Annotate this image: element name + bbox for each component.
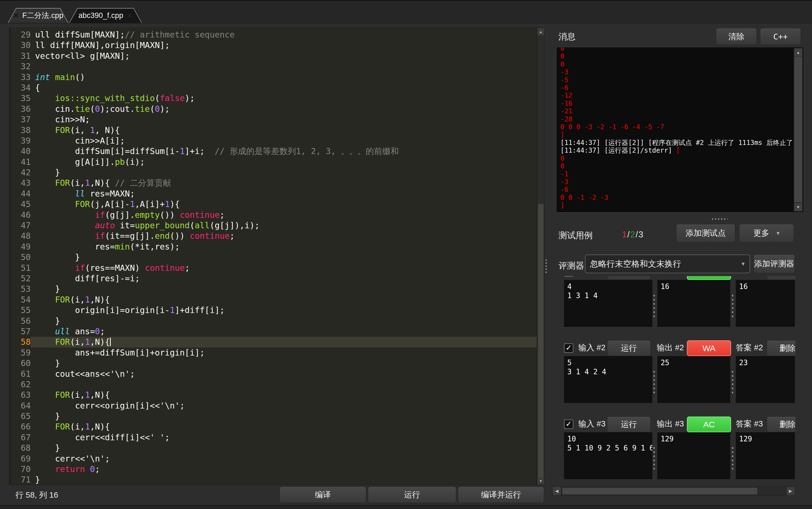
output-box[interactable]: 16 bbox=[657, 280, 730, 327]
resize-handle[interactable] bbox=[732, 295, 733, 318]
code-token bbox=[35, 390, 55, 400]
code-line: 67 cerr<<diff[i]<<' '; bbox=[11, 432, 537, 443]
more-button[interactable]: 更多 ▾ bbox=[739, 224, 794, 242]
code-line: 49 res=min(*it,res); bbox=[11, 241, 537, 252]
input-box[interactable]: 10 5 1 10 9 2 5 6 9 1 6 bbox=[564, 432, 652, 479]
tab-file-2-active[interactable]: abc390_f.cpp ✕ bbox=[69, 8, 142, 23]
code-text: FOR(i,1,N){ bbox=[31, 337, 537, 347]
delete-testcase-button[interactable]: 删除 bbox=[767, 340, 795, 356]
code-token: pb bbox=[115, 157, 125, 167]
input-box[interactable]: 5 3 1 4 2 4 bbox=[564, 356, 652, 403]
resize-handle[interactable] bbox=[732, 371, 733, 395]
code-text: if(res==MAXN) continue; bbox=[31, 263, 537, 273]
code-token: ( bbox=[150, 104, 155, 114]
code-line: 57 ull ans=0; bbox=[11, 326, 537, 337]
code-editor[interactable]: 29ull diffSum[MAXN];// arithmetic sequen… bbox=[9, 28, 537, 485]
code-token: (i, bbox=[70, 178, 85, 188]
run-testcase-button[interactable]: 运行 bbox=[607, 276, 651, 280]
code-token: auto bbox=[95, 220, 115, 230]
answer-box[interactable]: 23 bbox=[736, 356, 795, 403]
run-testcase-button[interactable]: 运行 bbox=[607, 340, 651, 356]
testcase-checkbox[interactable]: ✓ bbox=[564, 343, 573, 353]
delete-testcase-button[interactable]: 删除 bbox=[767, 416, 795, 432]
code-text bbox=[31, 61, 537, 72]
code-token: continue bbox=[190, 231, 230, 241]
answer-box[interactable]: 129 bbox=[736, 432, 795, 479]
input-box[interactable]: 4 1 3 1 4 bbox=[564, 280, 652, 327]
vertical-splitter-handle[interactable] bbox=[546, 260, 547, 274]
language-button[interactable]: C++ bbox=[760, 28, 801, 45]
code-token: 0 bbox=[155, 104, 160, 114]
code-token: res=MAXN; bbox=[85, 189, 135, 199]
code-line: 61 cout<<ans<<'\n'; bbox=[11, 369, 537, 379]
console-text: 0 bbox=[560, 162, 564, 170]
checker-select[interactable]: 忽略行末空格和文末换行 ▾ bbox=[585, 254, 750, 273]
code-text: } bbox=[31, 252, 537, 263]
horizontal-splitter-handle[interactable] bbox=[712, 218, 727, 220]
code-token: ()) bbox=[170, 231, 190, 241]
code-token: ]+i; bbox=[185, 146, 215, 156]
code-text: cin>>A[i]; bbox=[31, 136, 537, 146]
run-button[interactable]: 运行 bbox=[368, 487, 456, 503]
code-line: 42 } bbox=[11, 167, 537, 178]
scrollbar-thumb[interactable] bbox=[538, 204, 544, 478]
editor-vertical-scrollbar[interactable]: ▲ ▼ bbox=[537, 28, 545, 485]
compile-and-run-button[interactable]: 编译并运行 bbox=[458, 487, 544, 503]
scroll-up-icon[interactable]: ▲ bbox=[794, 48, 802, 56]
console-line: [11:44:37] [运行器[2]/stderr] [ bbox=[560, 146, 792, 154]
run-testcase-button[interactable]: 运行 bbox=[607, 416, 651, 432]
code-line: 53 } bbox=[11, 284, 537, 294]
scroll-up-icon[interactable]: ▲ bbox=[538, 28, 544, 35]
scroll-left-icon[interactable]: ◀ bbox=[552, 487, 561, 496]
code-token: (g[j]. bbox=[105, 210, 135, 220]
code-text: FOR(i,1,N){ bbox=[31, 390, 537, 400]
code-text: g[A[i]].pb(i); bbox=[31, 157, 537, 167]
compile-button[interactable]: 编译 bbox=[280, 487, 366, 503]
code-token bbox=[35, 263, 75, 273]
code-token: } bbox=[35, 252, 80, 262]
answer-box[interactable]: 16 bbox=[736, 280, 795, 327]
testcase-checkbox[interactable]: ✓ bbox=[564, 276, 573, 277]
code-text: if(it==g[j].end()) continue; bbox=[31, 231, 537, 241]
code-token: 1 bbox=[85, 337, 90, 347]
code-line: 68 } bbox=[11, 443, 537, 453]
code-token: } bbox=[35, 168, 60, 177]
output-box[interactable]: 129 bbox=[657, 432, 730, 479]
console-scrollbar[interactable]: ▲ ▼ bbox=[794, 48, 803, 211]
resize-handle[interactable] bbox=[732, 447, 733, 471]
code-line: 29ull diffSum[MAXN];// arithmetic sequen… bbox=[11, 30, 537, 40]
add-testcase-button[interactable]: 添加测试点 bbox=[676, 224, 735, 242]
code-token: ( bbox=[90, 104, 95, 114]
add-checker-button[interactable]: 添加评测器 bbox=[753, 254, 795, 273]
testcase-checkbox[interactable]: ✓ bbox=[564, 419, 573, 429]
resize-handle[interactable] bbox=[653, 295, 655, 318]
code-token: (it==g[j]. bbox=[105, 231, 155, 241]
scroll-down-icon[interactable]: ▼ bbox=[538, 477, 544, 484]
resize-handle[interactable] bbox=[653, 371, 655, 395]
console-text: 0 bbox=[560, 155, 564, 162]
scrollbar-thumb[interactable] bbox=[562, 488, 757, 495]
tab-file-1[interactable]: ✕ F二分法.cpp bbox=[8, 8, 68, 23]
code-line: 58 FOR(i,1,N){ bbox=[11, 337, 537, 347]
clear-button[interactable]: 清除 bbox=[716, 28, 757, 45]
close-icon[interactable]: ✕ bbox=[13, 12, 19, 19]
code-token: return bbox=[55, 464, 85, 474]
code-token: ull diffSum[MAXN]; bbox=[35, 30, 125, 39]
line-number: 32 bbox=[11, 61, 31, 72]
scrollbar-thumb[interactable] bbox=[794, 57, 802, 202]
line-number: 43 bbox=[11, 178, 31, 188]
code-token: cout<<ans<<'\n'; bbox=[35, 369, 135, 379]
console-text: -21 bbox=[560, 107, 572, 115]
more-label: 更多 bbox=[753, 228, 769, 239]
code-token: } bbox=[35, 475, 40, 484]
scroll-down-icon[interactable]: ▼ bbox=[794, 203, 802, 211]
scroll-right-icon[interactable]: ▶ bbox=[786, 487, 795, 496]
close-icon[interactable]: ✕ bbox=[127, 12, 133, 19]
code-token bbox=[35, 422, 55, 432]
console-line: 0 0 0 -3 -2 -1 -6 -4 -5 -7 bbox=[560, 123, 792, 131]
resize-handle[interactable] bbox=[653, 447, 655, 471]
code-line: 39 cin>>A[i]; bbox=[11, 136, 537, 146]
delete-testcase-button[interactable]: 删除 bbox=[767, 276, 795, 280]
line-number: 49 bbox=[11, 241, 31, 252]
output-box[interactable]: 25 bbox=[657, 356, 730, 403]
